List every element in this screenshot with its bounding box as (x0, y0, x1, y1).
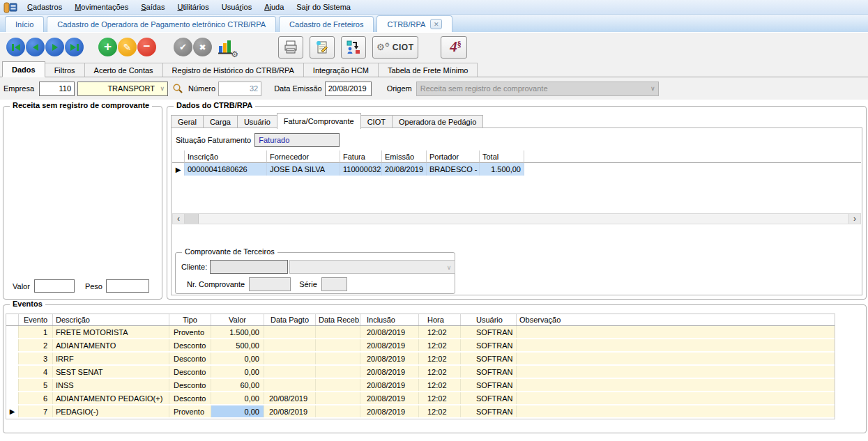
eventos-header[interactable]: Tipo (169, 314, 211, 325)
event-cell-valor[interactable]: 0,00 (211, 366, 264, 378)
event-cell-valor[interactable]: 0,00 (211, 392, 264, 404)
fatura-header[interactable]: Fornecedor (267, 150, 340, 163)
event-cell-observacao[interactable] (517, 326, 835, 338)
fatura-header[interactable]: Portador (427, 150, 480, 163)
event-cell-valor[interactable]: 0,00 (211, 353, 264, 364)
document-tab[interactable]: CTRB/RPA ✕ (376, 15, 452, 32)
event-cell-hora[interactable]: 12:02 (419, 339, 461, 351)
event-cell-data-receb[interactable] (316, 379, 360, 391)
previous-record-button[interactable] (26, 38, 45, 56)
eventos-header[interactable]: Data Receb. (316, 314, 360, 325)
eventos-header[interactable]: Valor (211, 314, 264, 325)
event-cell-evento[interactable]: 3 (19, 353, 53, 364)
event-row[interactable]: ▶ 3 IRRF Desconto 0,00 20/08/2019 12:02 … (6, 353, 835, 366)
event-cell-data-receb[interactable] (316, 392, 360, 404)
eventos-header[interactable]: Inclusão (360, 314, 419, 325)
empresa-combo[interactable]: TRANSPORT ∨ (77, 82, 168, 96)
scrollbar-thumb[interactable] (185, 214, 199, 224)
event-cell-data-receb[interactable] (316, 366, 360, 378)
event-cell-data-pagto[interactable] (264, 379, 316, 391)
menu-item[interactable]: Usuários (215, 1, 258, 13)
event-cell-evento[interactable]: 2 (19, 339, 53, 351)
event-cell-data-pagto[interactable] (264, 353, 316, 364)
fatura-header[interactable]: Total (480, 150, 524, 163)
event-cell-tipo[interactable]: Desconto (169, 379, 211, 391)
document-tab[interactable]: Início (5, 16, 44, 32)
event-cell-usuario[interactable]: SOFTRAN (461, 392, 517, 404)
fatura-cell-fatura[interactable]: 110000032 (340, 163, 382, 176)
event-row[interactable]: ▶ 6 ADIANTAMENTO PEDAGIO(+) Desconto 0,0… (6, 392, 835, 405)
document-tab[interactable]: Cadastro de Operadora de Pagamento eletr… (47, 16, 276, 32)
event-cell-descricao[interactable]: ADIANTAMENTO (53, 339, 169, 351)
event-cell-tipo[interactable]: Desconto (169, 353, 211, 364)
page-tab[interactable]: Registro de Histórico do CTRB/RPA (162, 63, 304, 77)
ctrb-tab[interactable]: Carga (203, 115, 238, 127)
page-tab[interactable]: Integração HCM (303, 63, 379, 77)
event-cell-evento[interactable]: 5 (19, 379, 53, 391)
eventos-header[interactable]: Usuário (461, 314, 517, 325)
event-cell-observacao[interactable] (517, 366, 835, 378)
event-cell-usuario[interactable]: SOFTRAN (461, 339, 517, 351)
event-cell-hora[interactable]: 12:02 (419, 379, 461, 391)
event-cell-tipo[interactable]: Provento (169, 326, 211, 338)
last-record-button[interactable] (65, 38, 84, 56)
chart-button[interactable]: ⚙ (217, 38, 236, 57)
peso-input[interactable] (106, 279, 149, 293)
fatura-header[interactable]: Fatura (340, 150, 382, 163)
event-cell-tipo[interactable]: Desconto (169, 392, 211, 404)
integration-button[interactable] (341, 36, 366, 59)
event-row[interactable]: ▶ 1 FRETE MOTORISTA Provento 1.500,00 20… (6, 326, 835, 339)
eventos-header[interactable]: Descrição (53, 314, 169, 325)
event-cell-descricao[interactable]: IRRF (53, 353, 169, 364)
valor-input[interactable] (34, 279, 75, 293)
data-emissao-field[interactable]: 20/08/2019 (325, 82, 372, 96)
event-cell-tipo[interactable]: Desconto (169, 366, 211, 378)
event-cell-descricao[interactable]: FRETE MOTORISTA (53, 326, 169, 338)
event-cell-data-pagto[interactable]: 20/08/2019 (264, 405, 316, 417)
next-record-button[interactable] (45, 38, 64, 56)
scroll-left-button[interactable]: ‹ (173, 214, 185, 224)
event-cell-inclusao[interactable]: 20/08/2019 (360, 405, 419, 417)
document-tab[interactable]: Cadastro de Freteiros (279, 16, 374, 32)
ctrb-tab[interactable]: CIOT (360, 115, 393, 127)
event-cell-evento[interactable]: 7 (19, 405, 53, 417)
event-cell-evento[interactable]: 6 (19, 392, 53, 404)
event-cell-descricao[interactable]: ADIANTAMENTO PEDAGIO(+) (53, 392, 169, 404)
menu-item[interactable]: Movimentações (68, 1, 135, 13)
page-tab[interactable]: Filtros (45, 63, 85, 77)
event-cell-usuario[interactable]: SOFTRAN (461, 379, 517, 391)
ctrb-tab[interactable]: Geral (171, 115, 204, 127)
event-cell-valor[interactable]: 500,00 (211, 339, 264, 351)
event-cell-descricao[interactable]: SEST SENAT (53, 366, 169, 378)
event-cell-data-receb[interactable] (316, 353, 360, 364)
edit-record-button[interactable]: ✎ (118, 38, 137, 56)
ctrb-tab[interactable]: Fatura/Comprovante (277, 113, 361, 129)
event-cell-data-pagto[interactable]: 20/08/2019 (264, 392, 316, 404)
event-cell-valor[interactable]: 0,00 (211, 405, 264, 417)
event-cell-usuario[interactable]: SOFTRAN (461, 405, 517, 417)
eventos-header[interactable]: Hora (419, 314, 461, 325)
event-cell-descricao[interactable]: PEDAGIO(-) (53, 405, 169, 417)
first-record-button[interactable] (6, 38, 25, 56)
event-cell-inclusao[interactable]: 20/08/2019 (360, 392, 419, 404)
numero-field[interactable]: 32 (218, 82, 261, 96)
menu-item[interactable]: Sair do Sistema (290, 1, 357, 13)
event-cell-observacao[interactable] (517, 339, 835, 351)
event-cell-tipo[interactable]: Desconto (169, 339, 211, 351)
print-button[interactable] (278, 36, 303, 59)
cancel-button[interactable]: ✖ (193, 38, 212, 56)
fatura-cell-emissao[interactable]: 20/08/2019 (382, 163, 427, 176)
menu-item[interactable]: Cadastros (21, 1, 68, 13)
page-tab[interactable]: Dados (2, 61, 45, 77)
brand-4-button[interactable]: 4§ (441, 36, 467, 59)
event-cell-inclusao[interactable]: 20/08/2019 (360, 353, 419, 364)
event-cell-hora[interactable]: 12:02 (419, 366, 461, 378)
event-cell-hora[interactable]: 12:02 (419, 392, 461, 404)
event-cell-usuario[interactable]: SOFTRAN (461, 353, 517, 364)
event-cell-usuario[interactable]: SOFTRAN (461, 326, 517, 338)
event-row[interactable]: ▶ 7 PEDAGIO(-) Provento 0,00 20/08/2019 … (6, 405, 835, 419)
event-cell-hora[interactable]: 12:02 (419, 326, 461, 338)
event-cell-evento[interactable]: 1 (19, 326, 53, 338)
event-cell-valor[interactable]: 1.500,00 (211, 326, 264, 338)
event-cell-observacao[interactable] (517, 353, 835, 364)
